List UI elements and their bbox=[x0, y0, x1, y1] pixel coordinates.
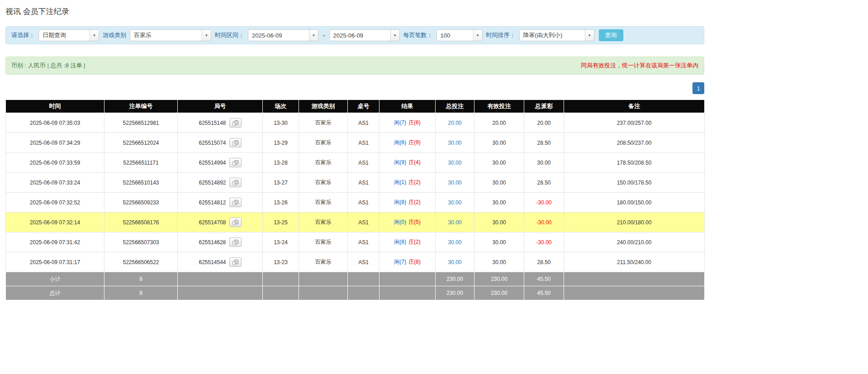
result-player: 闲(0) bbox=[394, 219, 406, 225]
chevron-down-icon[interactable]: ▼ bbox=[473, 30, 482, 41]
sort-dropdown[interactable]: 降幂(由大到小) ▼ bbox=[519, 29, 594, 41]
search-button[interactable]: 查询 bbox=[599, 29, 623, 41]
cell-session: 13-30 bbox=[263, 113, 299, 133]
payout-value: 28.50 bbox=[537, 259, 550, 265]
round-detail-button[interactable] bbox=[229, 257, 242, 267]
round-detail-button[interactable] bbox=[229, 138, 242, 147]
chevron-down-icon[interactable]: ▼ bbox=[585, 30, 594, 41]
cell-payout: -30.00 bbox=[524, 232, 564, 252]
cell-remark: 211.50/240.00 bbox=[564, 252, 705, 272]
round-detail-button[interactable] bbox=[229, 237, 242, 247]
game-type-dropdown[interactable]: 百家乐 ▼ bbox=[130, 29, 211, 41]
cell-time: 2025-06-09 07:33:24 bbox=[6, 173, 104, 193]
total-row: 总计 8 230.00 230.00 45.50 bbox=[6, 286, 705, 300]
cell-payout: 20.00 bbox=[524, 113, 564, 133]
cards-icon bbox=[232, 160, 238, 166]
cell-game-type: 百家乐 bbox=[299, 252, 348, 272]
total-empty-cell bbox=[263, 286, 299, 300]
subtotal-empty-cell bbox=[299, 272, 348, 286]
result-banker: 庄(2) bbox=[408, 179, 421, 185]
cell-session: 13-27 bbox=[263, 173, 299, 193]
date-from-value: 2025-06-09 bbox=[248, 30, 309, 41]
total-empty-cell bbox=[564, 286, 705, 300]
bet-records-table: 时间 注单编号 局号 场次 游戏类别 桌号 结果 总投注 有效投注 总派彩 备注… bbox=[5, 99, 705, 300]
cell-table-no: AS1 bbox=[348, 113, 379, 133]
cell-valid-bet: 30.00 bbox=[474, 173, 524, 193]
round-detail-button[interactable] bbox=[229, 178, 242, 187]
cell-table-no: AS1 bbox=[348, 232, 379, 252]
round-detail-button[interactable] bbox=[229, 218, 242, 227]
cell-valid-bet: 20.00 bbox=[474, 113, 524, 133]
cell-game-type: 百家乐 bbox=[299, 173, 348, 193]
cell-table-no: AS1 bbox=[348, 193, 379, 213]
round-id: 625515148 bbox=[199, 120, 226, 126]
cell-bet-id: 522566507303 bbox=[104, 232, 178, 252]
payout-value: 30.00 bbox=[537, 160, 550, 166]
subtotal-empty-cell bbox=[564, 272, 705, 286]
cell-total-bet: 30.00 bbox=[436, 232, 474, 252]
page-size-dropdown[interactable]: 100 ▼ bbox=[436, 29, 483, 41]
col-header-result: 结果 bbox=[379, 100, 436, 113]
cell-time: 2025-06-09 07:31:42 bbox=[6, 232, 104, 252]
cards-icon bbox=[232, 260, 238, 265]
cell-session: 13-26 bbox=[263, 193, 299, 213]
total-empty-cell bbox=[178, 286, 263, 300]
cell-bet-id: 522566512981 bbox=[104, 113, 178, 133]
col-header-valid-bet: 有效投注 bbox=[474, 100, 524, 113]
chevron-down-icon[interactable]: ▼ bbox=[390, 30, 399, 41]
round-detail-button[interactable] bbox=[229, 158, 242, 167]
filter-bar: 请选择： 日期查询 ▼ 游戏类别 百家乐 ▼ 时间区间： 2025-06-09 … bbox=[5, 26, 704, 44]
cell-result: 闲(7)庄(6) bbox=[379, 113, 436, 133]
col-header-total-bet: 总投注 bbox=[436, 100, 474, 113]
total-bet-link[interactable]: 30.00 bbox=[448, 259, 461, 265]
subtotal-total-bet: 230.00 bbox=[436, 272, 474, 286]
cell-total-bet: 30.00 bbox=[436, 213, 474, 232]
total-empty-cell bbox=[348, 286, 379, 300]
col-header-session: 场次 bbox=[263, 100, 299, 113]
cell-bet-id: 522566508176 bbox=[104, 213, 178, 232]
round-detail-button[interactable] bbox=[229, 118, 242, 128]
round-id: 625514994 bbox=[199, 160, 226, 166]
cell-round-id: 625515148 bbox=[178, 113, 263, 133]
total-bet-link[interactable]: 20.00 bbox=[448, 120, 461, 126]
total-bet-link[interactable]: 30.00 bbox=[448, 180, 461, 186]
cell-game-type: 百家乐 bbox=[299, 153, 348, 173]
total-bet-link[interactable]: 30.00 bbox=[448, 140, 461, 146]
chevron-down-icon[interactable]: ▼ bbox=[202, 30, 211, 41]
date-to-picker[interactable]: 2025-06-09 ▼ bbox=[329, 29, 400, 41]
result-banker: 庄(9) bbox=[408, 139, 421, 146]
total-bet-link[interactable]: 30.00 bbox=[448, 160, 461, 166]
chevron-down-icon[interactable]: ▼ bbox=[309, 30, 318, 41]
col-header-round-id: 局号 bbox=[178, 100, 263, 113]
table-row: 2025-06-09 07:32:52522566509233625514812… bbox=[6, 193, 705, 213]
cell-session: 13-23 bbox=[263, 252, 299, 272]
round-detail-button[interactable] bbox=[229, 198, 242, 207]
cell-round-id: 625514812 bbox=[178, 193, 263, 213]
cell-valid-bet: 30.00 bbox=[474, 252, 524, 272]
cell-payout: -30.00 bbox=[524, 193, 564, 213]
page-title: 视讯 会员下注纪录 bbox=[5, 6, 863, 17]
cell-result: 闲(6)庄(9) bbox=[379, 133, 436, 153]
query-type-dropdown[interactable]: 日期查询 ▼ bbox=[38, 29, 99, 41]
result-player: 闲(7) bbox=[394, 259, 406, 265]
cell-game-type: 百家乐 bbox=[299, 193, 348, 213]
date-from-picker[interactable]: 2025-06-09 ▼ bbox=[248, 29, 318, 41]
payout-value: 28.50 bbox=[537, 140, 550, 146]
table-body: 2025-06-09 07:35:03522566512981625515148… bbox=[6, 113, 705, 272]
total-bet-link[interactable]: 30.00 bbox=[448, 239, 461, 246]
result-player: 闲(8) bbox=[394, 199, 406, 205]
chevron-down-icon[interactable]: ▼ bbox=[90, 30, 99, 41]
result-banker: 庄(2) bbox=[408, 199, 421, 205]
result-player: 闲(8) bbox=[394, 239, 406, 245]
cards-icon bbox=[232, 140, 238, 146]
cell-total-bet: 20.00 bbox=[436, 113, 474, 133]
cell-total-bet: 30.00 bbox=[436, 133, 474, 153]
total-bet-link[interactable]: 30.00 bbox=[448, 219, 461, 226]
cell-valid-bet: 30.00 bbox=[474, 153, 524, 173]
cell-remark: 180.00/150.00 bbox=[564, 193, 705, 213]
page-button-1[interactable]: 1 bbox=[693, 82, 704, 94]
cell-total-bet: 30.00 bbox=[436, 173, 474, 193]
table-row: 2025-06-09 07:31:17522566506522625514544… bbox=[6, 252, 705, 272]
cell-round-id: 625514994 bbox=[178, 153, 263, 173]
total-bet-link[interactable]: 30.00 bbox=[448, 199, 461, 206]
